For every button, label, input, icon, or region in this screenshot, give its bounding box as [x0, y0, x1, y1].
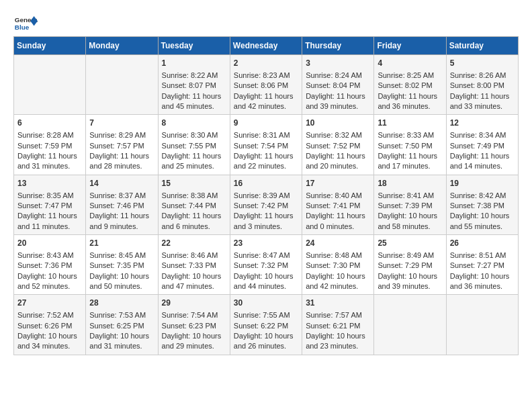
calendar-week-row: 20Sunrise: 8:43 AMSunset: 7:36 PMDayligh… [14, 235, 519, 295]
day-info: Sunset: 7:59 PM [17, 141, 82, 151]
day-number: 2 [234, 58, 298, 69]
day-info: Sunset: 6:21 PM [306, 321, 370, 331]
calendar-cell: 24Sunrise: 8:48 AMSunset: 7:30 PMDayligh… [302, 235, 374, 295]
logo-icon: General Blue [13, 13, 38, 32]
day-info: Daylight: 11 hours and 39 minutes. [306, 91, 370, 112]
day-info: Daylight: 10 hours and 44 minutes. [234, 271, 298, 292]
calendar-table: SundayMondayTuesdayWednesdayThursdayFrid… [13, 36, 519, 355]
day-info: Sunrise: 8:24 AM [306, 71, 370, 81]
day-info: Daylight: 10 hours and 42 minutes. [306, 271, 370, 292]
calendar-cell: 14Sunrise: 8:37 AMSunset: 7:46 PMDayligh… [86, 175, 158, 234]
day-number: 10 [306, 118, 370, 129]
day-info: Sunrise: 7:57 AM [306, 310, 370, 320]
day-info: Daylight: 10 hours and 36 minutes. [450, 271, 515, 292]
day-info: Sunset: 7:42 PM [234, 201, 298, 211]
calendar-cell: 29Sunrise: 7:54 AMSunset: 6:23 PMDayligh… [158, 295, 230, 355]
day-info: Daylight: 11 hours and 3 minutes. [234, 211, 298, 232]
day-number: 17 [306, 178, 370, 189]
weekday-header-tuesday: Tuesday [158, 37, 230, 55]
day-info: Sunset: 7:44 PM [162, 201, 226, 211]
day-info: Sunset: 7:36 PM [17, 261, 82, 271]
day-info: Sunrise: 8:34 AM [450, 130, 515, 140]
day-info: Sunset: 6:22 PM [234, 321, 298, 331]
day-number: 23 [234, 238, 298, 249]
weekday-header-monday: Monday [86, 37, 158, 55]
svg-text:Blue: Blue [15, 24, 30, 31]
day-info: Daylight: 11 hours and 17 minutes. [378, 151, 442, 172]
day-info: Sunset: 8:04 PM [306, 81, 370, 91]
day-info: Sunrise: 8:47 AM [234, 250, 298, 261]
calendar-cell [14, 55, 86, 115]
calendar-cell: 16Sunrise: 8:39 AMSunset: 7:42 PMDayligh… [230, 175, 302, 234]
day-info: Sunrise: 8:38 AM [162, 191, 226, 201]
day-info: Sunset: 8:02 PM [378, 81, 442, 91]
day-info: Sunrise: 8:28 AM [17, 130, 82, 140]
day-info: Daylight: 11 hours and 9 minutes. [89, 211, 154, 232]
calendar-cell: 8Sunrise: 8:30 AMSunset: 7:55 PMDaylight… [158, 115, 230, 175]
day-info: Sunrise: 8:32 AM [306, 130, 370, 140]
day-number: 18 [378, 178, 442, 189]
day-info: Sunset: 6:26 PM [17, 321, 82, 331]
day-info: Sunrise: 7:53 AM [89, 310, 154, 320]
calendar-cell: 2Sunrise: 8:23 AMSunset: 8:06 PMDaylight… [230, 55, 302, 115]
calendar-cell: 10Sunrise: 8:32 AMSunset: 7:52 PMDayligh… [302, 115, 374, 175]
day-info: Sunrise: 8:42 AM [450, 191, 515, 201]
day-info: Sunrise: 8:25 AM [378, 71, 442, 81]
day-number: 30 [234, 298, 298, 309]
calendar-week-row: 13Sunrise: 8:35 AMSunset: 7:47 PMDayligh… [14, 175, 519, 234]
day-number: 14 [89, 178, 154, 189]
weekday-header-friday: Friday [374, 37, 446, 55]
day-info: Daylight: 10 hours and 26 minutes. [234, 331, 298, 352]
day-info: Daylight: 11 hours and 22 minutes. [234, 151, 298, 172]
day-info: Daylight: 10 hours and 50 minutes. [89, 271, 154, 292]
day-info: Daylight: 11 hours and 14 minutes. [450, 151, 515, 172]
day-info: Daylight: 11 hours and 42 minutes. [234, 91, 298, 112]
day-info: Sunset: 7:27 PM [450, 261, 515, 271]
day-info: Sunset: 7:35 PM [89, 261, 154, 271]
day-info: Sunrise: 8:49 AM [378, 250, 442, 261]
day-number: 16 [234, 178, 298, 189]
day-info: Sunset: 8:06 PM [234, 81, 298, 91]
day-info: Sunset: 8:00 PM [450, 81, 515, 91]
day-number: 26 [450, 238, 515, 249]
day-info: Sunset: 7:32 PM [234, 261, 298, 271]
day-info: Sunset: 7:30 PM [306, 261, 370, 271]
calendar-cell: 22Sunrise: 8:46 AMSunset: 7:33 PMDayligh… [158, 235, 230, 295]
day-number: 22 [162, 238, 226, 249]
day-info: Daylight: 10 hours and 47 minutes. [162, 271, 226, 292]
day-info: Daylight: 11 hours and 20 minutes. [306, 151, 370, 172]
day-info: Sunrise: 8:39 AM [234, 191, 298, 201]
weekday-header-thursday: Thursday [302, 37, 374, 55]
calendar-header-row: SundayMondayTuesdayWednesdayThursdayFrid… [14, 37, 519, 55]
calendar-cell: 17Sunrise: 8:40 AMSunset: 7:41 PMDayligh… [302, 175, 374, 234]
day-info: Sunset: 7:39 PM [378, 201, 442, 211]
day-number: 1 [162, 58, 226, 69]
day-number: 24 [306, 238, 370, 249]
day-number: 15 [162, 178, 226, 189]
day-number: 25 [378, 238, 442, 249]
calendar-cell: 11Sunrise: 8:33 AMSunset: 7:50 PMDayligh… [374, 115, 446, 175]
day-info: Sunrise: 8:43 AM [17, 250, 82, 261]
day-number: 21 [89, 238, 154, 249]
weekday-header-sunday: Sunday [14, 37, 86, 55]
logo: General Blue [13, 13, 38, 32]
day-number: 9 [234, 118, 298, 129]
day-info: Sunset: 6:23 PM [162, 321, 226, 331]
day-number: 6 [17, 118, 82, 129]
calendar-cell [86, 55, 158, 115]
day-info: Sunset: 7:47 PM [17, 201, 82, 211]
day-info: Daylight: 11 hours and 6 minutes. [162, 211, 226, 232]
day-info: Sunrise: 8:45 AM [89, 250, 154, 261]
calendar-cell: 7Sunrise: 8:29 AMSunset: 7:57 PMDaylight… [86, 115, 158, 175]
day-info: Daylight: 10 hours and 55 minutes. [450, 211, 515, 232]
calendar-cell [374, 295, 446, 355]
calendar-cell: 9Sunrise: 8:31 AMSunset: 7:54 PMDaylight… [230, 115, 302, 175]
day-info: Sunrise: 8:23 AM [234, 71, 298, 81]
calendar-cell: 20Sunrise: 8:43 AMSunset: 7:36 PMDayligh… [14, 235, 86, 295]
day-info: Sunset: 8:07 PM [162, 81, 226, 91]
day-info: Sunset: 7:29 PM [378, 261, 442, 271]
day-number: 5 [450, 58, 515, 69]
day-info: Sunrise: 7:54 AM [162, 310, 226, 320]
calendar-cell: 28Sunrise: 7:53 AMSunset: 6:25 PMDayligh… [86, 295, 158, 355]
day-number: 4 [378, 58, 442, 69]
